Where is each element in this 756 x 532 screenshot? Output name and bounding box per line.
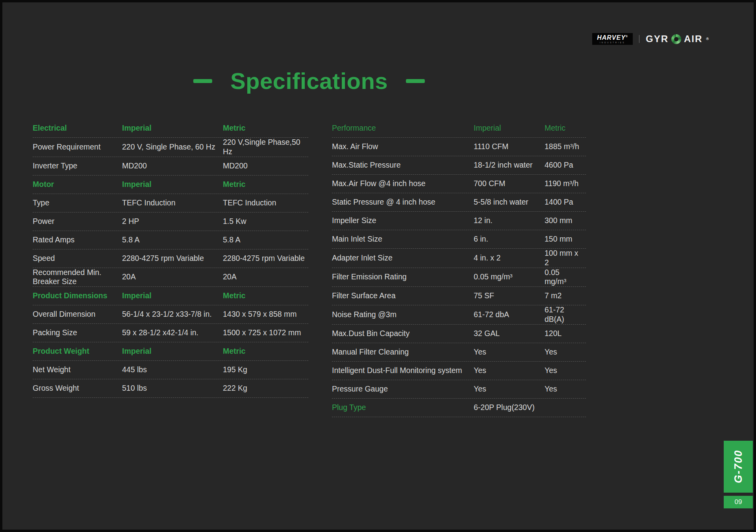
col-header-metric: Metric — [223, 124, 308, 133]
spec-row: Gross Weight510 lbs222 Kg — [33, 379, 308, 398]
spec-value-metric: 7 m2 — [545, 291, 586, 301]
gyroair-swirl-icon — [671, 34, 681, 44]
spec-row: Inverter TypeMD200MD200 — [33, 157, 308, 175]
spec-label: Recommended Min. Breaker Size — [33, 268, 122, 287]
spec-row: Recommended Min. Breaker Size20A20A — [33, 268, 308, 287]
spec-row: Intelligent Dust-Full Monitoring systemY… — [332, 362, 586, 380]
spec-sheet-page: HARVEY® INDUSTRIES GYR AIR ® Specificati… — [0, 0, 756, 532]
spec-value-imperial: 1110 CFM — [474, 142, 545, 151]
col-header-metric: Metric — [223, 291, 308, 301]
spec-value-metric: 150 mm — [545, 235, 586, 244]
spec-row: Net Weight445 lbs195 Kg — [33, 361, 308, 379]
spec-row: Power2 HP1.5 Kw — [33, 212, 308, 231]
spec-row: Filter Surface Area75 SF7 m2 — [332, 287, 586, 305]
spec-row: Impeller Size12 in.300 mm — [332, 212, 586, 230]
logo-divider — [639, 35, 639, 43]
spec-table-left: ElectricalImperialMetricPower Requiremen… — [33, 119, 308, 398]
spec-value-imperial: 12 in. — [474, 216, 545, 225]
col-header-metric: Metric — [545, 124, 586, 133]
spec-row: Noise Rating @3m61-72 dbA61-72 dB(A) — [332, 305, 586, 325]
spec-label: Inverter Type — [33, 161, 122, 171]
spec-table-right: PerformanceImperialMetricMax. Air Flow11… — [332, 119, 586, 417]
spec-value-imperial: 6-20P Plug(230V) — [474, 403, 545, 412]
spec-value-imperial: 220 V, Single Phase, 60 Hz — [122, 142, 223, 152]
spec-value-imperial: Yes — [474, 347, 545, 357]
section-title: Motor — [33, 180, 122, 189]
spec-label: Max.Air Flow @4 inch hose — [332, 179, 474, 188]
spec-label: Noise Rating @3m — [332, 310, 474, 320]
spec-row: Filter Emission Rating0.05 mg/m³0.05 mg/… — [332, 268, 586, 287]
spec-value-metric: 220 V,Single Phase,50 Hz — [223, 138, 308, 157]
col-header-imperial: Imperial — [122, 291, 223, 301]
spec-value-imperial: MD200 — [122, 161, 223, 171]
spec-value-imperial: 32 GAL — [474, 329, 545, 338]
spec-value-metric: 61-72 dB(A) — [545, 305, 586, 324]
spec-value-metric: 100 mm x 2 — [545, 249, 586, 268]
spec-row: Main Inlet Size6 in.150 mm — [332, 230, 586, 249]
model-side-tab: G-700 — [724, 441, 753, 493]
model-label: G-700 — [732, 450, 745, 483]
spec-label: Filter Emission Rating — [332, 272, 474, 282]
spec-label: Filter Surface Area — [332, 291, 474, 301]
spec-value-metric: Yes — [545, 384, 586, 394]
spec-value-metric: 5.8 A — [223, 235, 308, 245]
spec-value-imperial: Yes — [474, 384, 545, 394]
page-title: Specifications — [230, 68, 388, 94]
spec-value-metric: 120L — [545, 329, 586, 338]
gyroair-wordmark-right: AIR — [684, 34, 702, 44]
spec-label: Plug Type — [332, 403, 474, 412]
spec-value-imperial: 59 x 28-1/2 x42-1/4 in. — [122, 328, 223, 338]
spec-row: Max.Air Flow @4 inch hose700 CFM1190 m³/… — [332, 175, 586, 193]
spec-label: Manual Filter Cleaning — [332, 347, 474, 357]
spec-label: Impeller Size — [332, 216, 474, 225]
spec-label: Power — [33, 217, 122, 226]
col-header-imperial: Imperial — [122, 180, 223, 189]
spec-label: Pressure Gauge — [332, 384, 474, 394]
spec-value-imperial: 445 lbs — [122, 365, 223, 375]
col-header-metric: Metric — [223, 347, 308, 356]
spec-label: Max.Static Pressure — [332, 161, 474, 170]
spec-label: Gross Weight — [33, 384, 122, 393]
spec-row: Power Requirement220 V, Single Phase, 60… — [33, 138, 308, 157]
spec-label: Static Pressure @ 4 inch hose — [332, 198, 474, 207]
section-title: Performance — [332, 124, 474, 133]
spec-value-metric: 0.05 mg/m³ — [545, 268, 586, 287]
section-title: Electrical — [33, 124, 122, 133]
spec-value-metric: 1430 x 579 x 858 mm — [223, 310, 308, 319]
spec-label: Overall Dimension — [33, 310, 122, 319]
spec-value-metric: 1400 Pa — [545, 198, 586, 207]
spec-value-metric: 1500 x 725 x 1072 mm — [223, 328, 308, 338]
spec-value-imperial: 510 lbs — [122, 384, 223, 393]
gyroair-logo: GYR AIR ® — [646, 34, 710, 44]
spec-row: Rated Amps5.8 A5.8 A — [33, 231, 308, 249]
col-header-imperial: Imperial — [122, 347, 223, 356]
spec-row: Speed2280-4275 rpm Variable2280-4275 rpm… — [33, 249, 308, 268]
spec-value-imperial: 61-72 dbA — [474, 310, 545, 320]
spec-value-metric: 20A — [223, 272, 308, 282]
spec-row: Max.Static Pressure18-1/2 inch water4600… — [332, 156, 586, 175]
section-title: Product Weight — [33, 347, 122, 356]
spec-section-header-row: PerformanceImperialMetric — [332, 119, 586, 138]
spec-section-header-row: ElectricalImperialMetric — [33, 119, 308, 138]
spec-label: Speed — [33, 254, 122, 263]
spec-value-imperial: TEFC Induction — [122, 198, 223, 208]
section-title: Product Dimensions — [33, 291, 122, 301]
spec-value-metric: 1190 m³/h — [545, 179, 586, 188]
spec-value-imperial: 75 SF — [474, 291, 545, 301]
spec-value-imperial: 5.8 A — [122, 235, 223, 245]
spec-value-imperial: 2 HP — [122, 217, 223, 226]
title-dash-right — [406, 79, 425, 83]
page-title-block: Specifications — [193, 68, 425, 94]
spec-label: Power Requirement — [33, 142, 122, 152]
spec-row: Packing Size59 x 28-1/2 x42-1/4 in.1500 … — [33, 324, 308, 342]
spec-label: Main Inlet Size — [332, 235, 474, 244]
spec-label: Intelligent Dust-Full Monitoring system — [332, 366, 474, 375]
spec-section-header-row: MotorImperialMetric — [33, 175, 308, 194]
harvey-logo-text: HARVEY® — [597, 35, 628, 41]
page-number: 09 — [735, 498, 742, 506]
spec-value-metric: Yes — [545, 347, 586, 357]
spec-label: Type — [33, 198, 122, 208]
spec-value-metric: MD200 — [223, 161, 308, 171]
gyroair-wordmark-left: GYR — [646, 34, 669, 44]
spec-section-header-row: Product DimensionsImperialMetric — [33, 287, 308, 305]
